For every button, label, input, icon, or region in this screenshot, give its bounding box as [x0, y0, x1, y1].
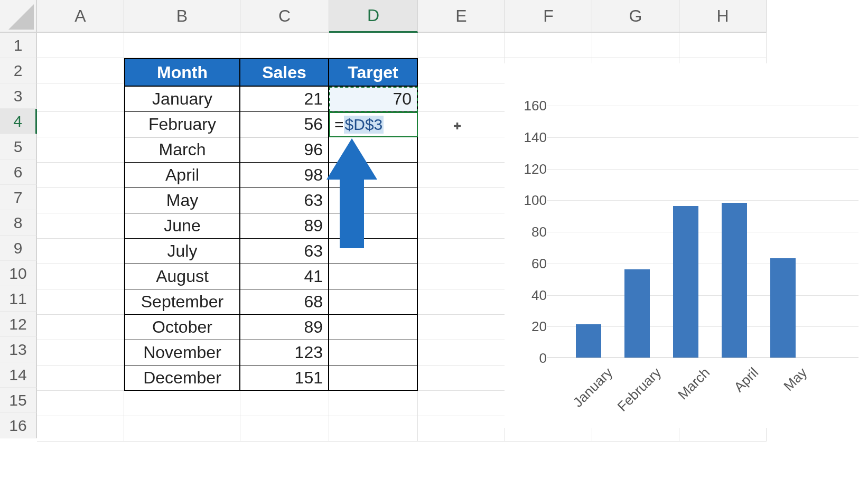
table-header-month[interactable]: Month	[124, 58, 240, 87]
cell-A1[interactable]	[37, 33, 124, 58]
cell-E4[interactable]	[418, 112, 505, 137]
cell-H1[interactable]	[679, 33, 767, 58]
column-header-f[interactable]: F	[505, 0, 592, 33]
chart-bar[interactable]	[722, 203, 747, 358]
chart-bar[interactable]	[624, 269, 650, 358]
table-cell-sales[interactable]: 89	[240, 315, 329, 340]
cell-E6[interactable]	[418, 163, 505, 188]
table-cell-month[interactable]: December	[124, 365, 240, 391]
cell-G1[interactable]	[592, 33, 679, 58]
table-cell-target[interactable]	[329, 264, 418, 289]
table-header-sales[interactable]: Sales	[240, 58, 329, 87]
cell-B15[interactable]	[124, 391, 240, 416]
row-header-10[interactable]: 10	[0, 261, 37, 286]
table-cell-month[interactable]: August	[124, 264, 240, 289]
table-cell-sales[interactable]: 41	[240, 264, 329, 289]
table-cell-target[interactable]: =$D$3	[329, 112, 418, 137]
table-cell-target[interactable]: 70	[329, 87, 418, 112]
table-cell-target[interactable]	[329, 340, 418, 365]
table-cell-month[interactable]: September	[124, 289, 240, 315]
cell-E15[interactable]	[418, 391, 505, 416]
row-header-12[interactable]: 12	[0, 312, 37, 337]
cell-A4[interactable]	[37, 112, 124, 137]
cell-B16[interactable]	[124, 416, 240, 442]
column-header-d[interactable]: D	[329, 0, 418, 33]
cell-A10[interactable]	[37, 264, 124, 289]
column-header-b[interactable]: B	[124, 0, 240, 33]
chart-bar[interactable]	[576, 324, 601, 358]
table-cell-target[interactable]	[329, 137, 418, 163]
table-cell-sales[interactable]: 63	[240, 188, 329, 213]
column-header-e[interactable]: E	[418, 0, 505, 33]
row-header-2[interactable]: 2	[0, 58, 37, 83]
table-cell-sales[interactable]: 151	[240, 365, 329, 391]
cell-A8[interactable]	[37, 213, 124, 239]
cell-A15[interactable]	[37, 391, 124, 416]
cell-E14[interactable]	[418, 365, 505, 391]
cell-C15[interactable]	[240, 391, 329, 416]
row-header-1[interactable]: 1	[0, 33, 37, 58]
table-cell-month[interactable]: October	[124, 315, 240, 340]
table-cell-month[interactable]: January	[124, 87, 240, 112]
row-header-5[interactable]: 5	[0, 134, 37, 159]
cell-E8[interactable]	[418, 213, 505, 239]
column-header-g[interactable]: G	[592, 0, 679, 33]
table-header-target[interactable]: Target	[329, 58, 418, 87]
row-header-11[interactable]: 11	[0, 286, 37, 312]
table-cell-month[interactable]: July	[124, 239, 240, 264]
table-cell-sales[interactable]: 68	[240, 289, 329, 315]
table-cell-target[interactable]	[329, 365, 418, 391]
cell-E7[interactable]	[418, 188, 505, 213]
table-cell-sales[interactable]: 89	[240, 213, 329, 239]
cell-E2[interactable]	[418, 58, 505, 83]
cell-A16[interactable]	[37, 416, 124, 442]
column-header-a[interactable]: A	[37, 0, 124, 33]
cell-A9[interactable]	[37, 239, 124, 264]
table-cell-sales[interactable]: 56	[240, 112, 329, 137]
table-cell-sales[interactable]: 123	[240, 340, 329, 365]
row-header-15[interactable]: 15	[0, 388, 37, 413]
cell-E12[interactable]	[418, 315, 505, 340]
cell-E1[interactable]	[418, 33, 505, 58]
table-cell-sales[interactable]: 96	[240, 137, 329, 163]
select-all-corner[interactable]	[0, 0, 37, 33]
table-cell-month[interactable]: February	[124, 112, 240, 137]
cell-D16[interactable]	[329, 416, 418, 442]
cell-A5[interactable]	[37, 137, 124, 163]
table-cell-target[interactable]	[329, 289, 418, 315]
chart-bar[interactable]	[770, 258, 796, 358]
spreadsheet[interactable]: ABCDEFGH 12345678910111213141516 MonthSa…	[0, 0, 868, 488]
row-header-3[interactable]: 3	[0, 83, 37, 109]
cell-A11[interactable]	[37, 289, 124, 315]
table-cell-target[interactable]	[329, 315, 418, 340]
cell-A14[interactable]	[37, 365, 124, 391]
table-cell-month[interactable]: April	[124, 163, 240, 188]
table-cell-sales[interactable]: 98	[240, 163, 329, 188]
table-cell-month[interactable]: May	[124, 188, 240, 213]
table-cell-target[interactable]	[329, 213, 418, 239]
chart-bar[interactable]	[673, 206, 698, 358]
row-header-14[interactable]: 14	[0, 362, 37, 388]
table-cell-month[interactable]: March	[124, 137, 240, 163]
cell-A13[interactable]	[37, 340, 124, 365]
cell-E16[interactable]	[418, 416, 505, 442]
row-header-4[interactable]: 4	[0, 109, 37, 134]
row-header-8[interactable]: 8	[0, 210, 37, 236]
cell-B1[interactable]	[124, 33, 240, 58]
table-cell-sales[interactable]: 21	[240, 87, 329, 112]
cell-E9[interactable]	[418, 239, 505, 264]
cell-C1[interactable]	[240, 33, 329, 58]
row-header-7[interactable]: 7	[0, 185, 37, 210]
table-cell-month[interactable]: June	[124, 213, 240, 239]
row-header-6[interactable]: 6	[0, 159, 37, 185]
cell-F1[interactable]	[505, 33, 592, 58]
column-header-c[interactable]: C	[240, 0, 329, 33]
cell-E5[interactable]	[418, 137, 505, 163]
table-cell-sales[interactable]: 63	[240, 239, 329, 264]
cell-A12[interactable]	[37, 315, 124, 340]
embedded-chart[interactable]: 020406080100120140160JanuaryFebruaryMarc…	[505, 63, 864, 428]
column-header-h[interactable]: H	[679, 0, 767, 33]
cell-C16[interactable]	[240, 416, 329, 442]
table-cell-target[interactable]	[329, 163, 418, 188]
row-header-9[interactable]: 9	[0, 236, 37, 261]
